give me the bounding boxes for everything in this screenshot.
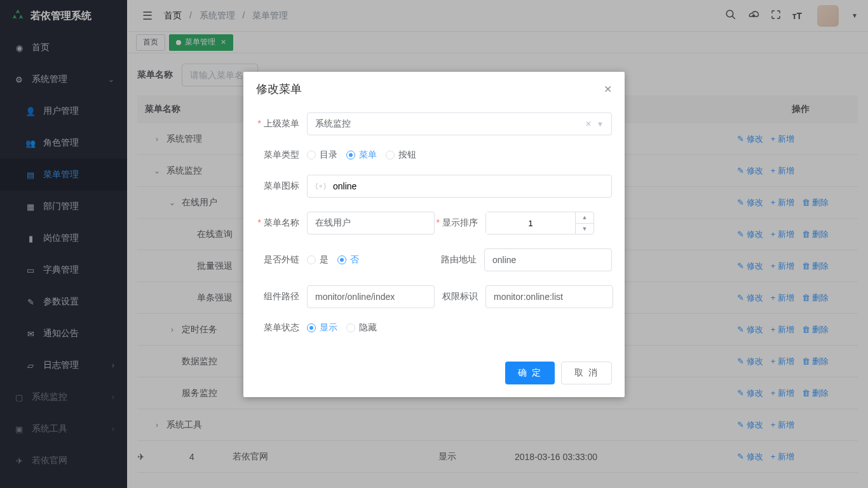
clear-icon[interactable]: ✕ (585, 119, 592, 128)
radio-icon (337, 255, 346, 264)
menu-name-input[interactable] (307, 212, 435, 234)
radio-icon (346, 323, 355, 332)
radio-icon (307, 255, 316, 264)
radio-option[interactable]: 隐藏 (346, 322, 377, 334)
permission-flag-input[interactable] (485, 285, 613, 308)
radio-option[interactable]: 目录 (307, 149, 337, 161)
radio-icon (386, 151, 395, 159)
stepper-up-icon[interactable]: ▲ (576, 212, 593, 224)
radio-icon (307, 151, 316, 159)
chevron-down-icon[interactable]: ▼ (597, 120, 604, 128)
menu-icon-input[interactable]: ⟨∘⟩ (307, 175, 612, 198)
radio-icon (307, 323, 316, 332)
parent-menu-select[interactable]: 系统监控 ✕ ▼ (307, 112, 612, 135)
radio-option[interactable]: 显示 (307, 322, 337, 334)
cancel-button[interactable]: 取 消 (561, 362, 612, 384)
modal-title: 修改菜单 (256, 81, 302, 97)
close-icon[interactable]: ✕ (604, 83, 612, 95)
stepper-down-icon[interactable]: ▼ (576, 224, 593, 234)
radio-option[interactable]: 否 (337, 254, 359, 266)
edit-menu-modal: 修改菜单 ✕ *上级菜单 系统监控 ✕ ▼ 菜单类型 目录菜单按钮 菜单图标 ⟨… (243, 72, 625, 397)
radio-option[interactable]: 是 (307, 254, 329, 266)
radio-option[interactable]: 按钮 (386, 149, 416, 161)
confirm-button[interactable]: 确 定 (505, 362, 555, 384)
route-path-input[interactable] (484, 248, 612, 271)
radio-icon (346, 151, 355, 159)
display-order-stepper[interactable]: ▲ ▼ (485, 212, 594, 234)
icon-preview-icon: ⟨∘⟩ (315, 182, 327, 191)
component-path-input[interactable] (307, 285, 435, 308)
radio-option[interactable]: 菜单 (346, 149, 377, 161)
